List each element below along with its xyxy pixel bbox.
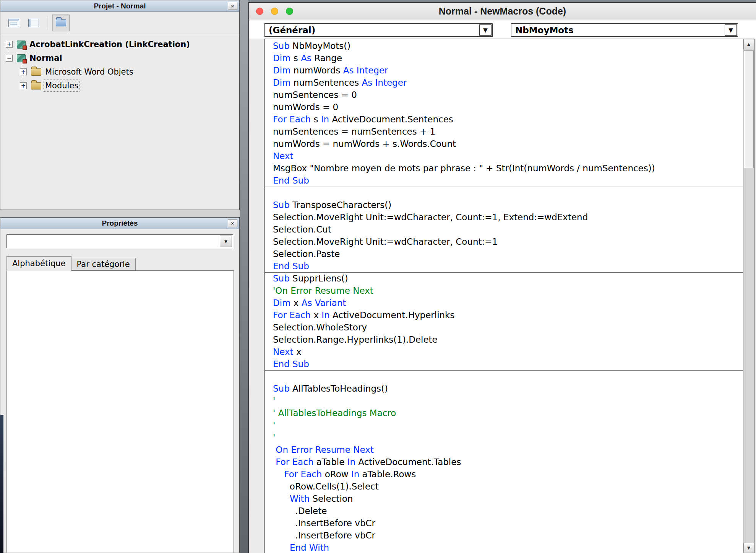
project-tree[interactable]: +AcrobatLinkCreation (LinkCreation)−Norm… bbox=[0, 34, 239, 210]
tree-item[interactable]: +Modules bbox=[0, 79, 239, 93]
code-line: ' AllTablesToHeadings Macro bbox=[265, 407, 743, 419]
code-line: ' bbox=[265, 419, 743, 431]
chevron-down-icon[interactable]: ▼ bbox=[725, 24, 737, 36]
properties-panel-title: Propriétés bbox=[102, 219, 138, 228]
expand-icon[interactable]: + bbox=[20, 68, 27, 75]
close-window-button[interactable] bbox=[256, 8, 263, 15]
tree-item[interactable]: −Normal bbox=[0, 51, 239, 65]
code-line: .Delete bbox=[265, 505, 743, 517]
procedure-dropdown[interactable]: NbMoyMots ▼ bbox=[511, 23, 738, 37]
vba-project-icon bbox=[17, 54, 26, 62]
tree-item-label[interactable]: Normal bbox=[29, 54, 62, 63]
code-line: numSentences = numSentences + 1 bbox=[265, 125, 743, 138]
code-window-title: Normal - NewMacros (Code) bbox=[439, 6, 566, 17]
code-line: numWords = 0 bbox=[265, 101, 743, 113]
tree-item-label[interactable]: AcrobatLinkCreation (LinkCreation) bbox=[29, 40, 190, 49]
code-line: Sub TransposeCharacters() bbox=[265, 199, 743, 211]
code-line: ' bbox=[265, 395, 743, 407]
code-line: .InsertBefore vbCr bbox=[265, 529, 743, 542]
code-line: Next bbox=[265, 150, 743, 162]
properties-object-select[interactable]: ▼ bbox=[6, 234, 233, 248]
code-line: Selection.Paste bbox=[265, 248, 743, 260]
view-object-button[interactable] bbox=[25, 15, 42, 31]
code-line: Dim numSentences As Integer bbox=[265, 76, 743, 89]
tree-item-label[interactable]: Modules bbox=[45, 81, 78, 90]
panel-gap bbox=[0, 210, 240, 217]
chevron-down-icon[interactable]: ▼ bbox=[220, 236, 232, 247]
code-area: Sub NbMoyMots()Dim s As RangeDim numWord… bbox=[264, 39, 754, 553]
tab-alphabétique[interactable]: Alphabétique bbox=[6, 256, 71, 271]
code-line: numWords = numWords + s.Words.Count bbox=[265, 138, 743, 150]
object-dropdown-value: (Général) bbox=[269, 25, 315, 35]
folder-icon bbox=[31, 82, 41, 89]
code-line: oRow.Cells(1).Select bbox=[265, 480, 743, 493]
code-line: numSentences = 0 bbox=[265, 89, 743, 101]
code-line: .InsertBefore vbCr bbox=[265, 517, 743, 529]
minimize-window-button[interactable] bbox=[271, 8, 278, 15]
code-line: Sub NbMoyMots() bbox=[265, 40, 743, 52]
vba-project-icon bbox=[17, 41, 26, 49]
code-line: Next x bbox=[265, 346, 743, 358]
tree-indent bbox=[0, 86, 20, 86]
folder-icon bbox=[31, 68, 41, 76]
code-line: End Sub bbox=[265, 358, 743, 370]
scroll-up-icon[interactable]: ▲ bbox=[743, 39, 754, 49]
properties-list[interactable] bbox=[6, 270, 234, 553]
code-line: Sub AllTablesToHeadings() bbox=[265, 382, 743, 395]
view-object-icon bbox=[28, 19, 39, 27]
code-line: MsgBox "Nombre moyen de mots par phrase … bbox=[265, 162, 743, 174]
code-line: 'On Error Resume Next bbox=[265, 285, 743, 297]
tree-item[interactable]: +AcrobatLinkCreation (LinkCreation) bbox=[0, 37, 239, 51]
project-explorer-panel: Projet - Normal × +AcrobatLinkCreation (… bbox=[0, 0, 240, 210]
code-line: Dim numWords As Integer bbox=[265, 64, 743, 76]
properties-tabs: AlphabétiquePar catégorie bbox=[6, 256, 136, 270]
collapse-icon[interactable]: − bbox=[6, 55, 13, 62]
project-toolbar bbox=[0, 12, 239, 34]
code-line: For Each x In ActiveDocument.Hyperlinks bbox=[265, 309, 743, 321]
code-window: Normal - NewMacros (Code) (Général) ▼ Nb… bbox=[248, 2, 756, 553]
code-line: Selection.MoveRight Unit:=wdCharacter, C… bbox=[265, 236, 743, 248]
code-line: End With bbox=[265, 542, 743, 553]
view-code-icon bbox=[8, 19, 19, 27]
code-line: End Sub bbox=[265, 260, 743, 272]
tree-item-label[interactable]: Microsoft Word Objets bbox=[45, 67, 133, 76]
code-line: End Sub bbox=[265, 174, 743, 187]
expand-icon[interactable]: + bbox=[6, 41, 13, 48]
object-dropdown[interactable]: (Général) ▼ bbox=[264, 23, 493, 37]
tree-indent bbox=[0, 58, 6, 59]
code-line: Selection.WholeStory bbox=[265, 321, 743, 333]
project-panel-title: Projet - Normal bbox=[94, 2, 146, 10]
code-window-titlebar[interactable]: Normal - NewMacros (Code) bbox=[249, 3, 756, 20]
panel-splitter[interactable] bbox=[240, 0, 248, 553]
code-line: Dim s As Range bbox=[265, 52, 743, 64]
code-line: For Each oRow In aTable.Rows bbox=[265, 468, 743, 480]
expand-icon[interactable]: + bbox=[20, 82, 27, 89]
code-line: Selection.MoveRight Unit:=wdCharacter, C… bbox=[265, 211, 743, 223]
properties-panel-titlebar[interactable]: Propriétés × bbox=[0, 218, 239, 229]
folder-icon bbox=[56, 19, 66, 26]
vertical-scrollbar[interactable]: ▲ ▼ bbox=[743, 39, 754, 553]
tab-par-catégorie[interactable]: Par catégorie bbox=[71, 258, 136, 270]
code-line: ' bbox=[265, 431, 743, 444]
code-line: With Selection bbox=[265, 493, 743, 505]
chevron-down-icon[interactable]: ▼ bbox=[479, 24, 492, 36]
code-dropdown-row: (Général) ▼ NbMoyMots ▼ bbox=[249, 21, 756, 39]
code-line: On Error Resume Next bbox=[265, 444, 743, 456]
zoom-window-button[interactable] bbox=[286, 8, 293, 15]
scroll-down-icon[interactable]: ▼ bbox=[743, 543, 754, 553]
close-icon[interactable]: × bbox=[228, 219, 237, 227]
toolbar-separator bbox=[47, 16, 47, 29]
code-line bbox=[265, 187, 743, 199]
code-line: For Each aTable In ActiveDocument.Tables bbox=[265, 456, 743, 468]
code-line: Dim x As Variant bbox=[265, 297, 743, 309]
project-panel-titlebar[interactable]: Projet - Normal × bbox=[0, 0, 239, 12]
scrollbar-thumb[interactable] bbox=[744, 50, 754, 168]
tree-item[interactable]: +Microsoft Word Objets bbox=[0, 65, 239, 79]
tree-indent bbox=[0, 72, 20, 72]
close-icon[interactable]: × bbox=[228, 2, 237, 10]
view-code-button[interactable] bbox=[5, 15, 23, 31]
code-line bbox=[265, 370, 743, 382]
toggle-folders-button[interactable] bbox=[52, 15, 70, 31]
code-editor[interactable]: Sub NbMoyMots()Dim s As RangeDim numWord… bbox=[265, 39, 743, 553]
code-line: For Each s In ActiveDocument.Sentences bbox=[265, 113, 743, 125]
